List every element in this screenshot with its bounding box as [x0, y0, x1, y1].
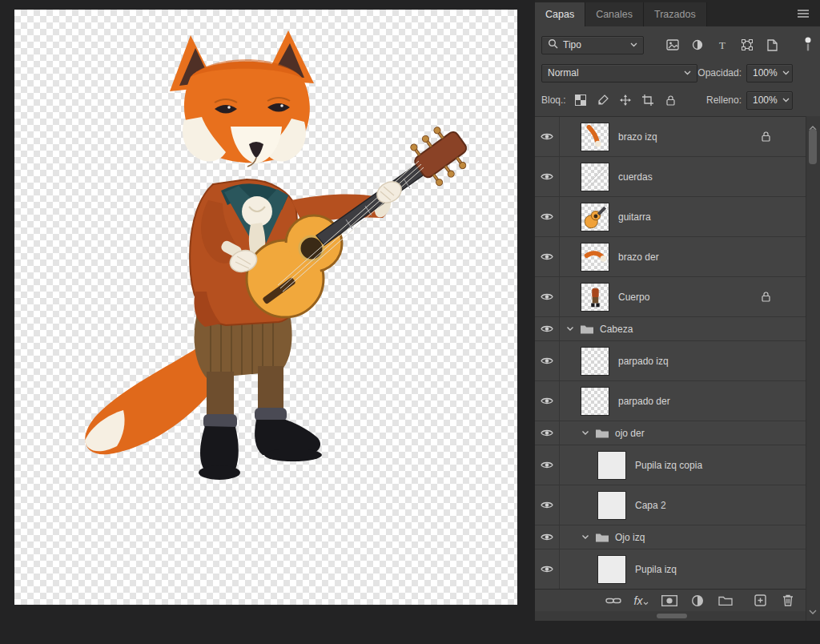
layer-row[interactable]: parpado der: [535, 381, 806, 421]
layer-thumbnail[interactable]: [581, 123, 609, 151]
new-adjustment-layer-icon[interactable]: [688, 592, 707, 610]
type-layers-filter-icon[interactable]: T: [713, 35, 732, 54]
layer-group-row[interactable]: Ojo izq: [535, 525, 806, 549]
lock-all-icon[interactable]: [662, 92, 679, 109]
lock-artboard-icon[interactable]: [640, 92, 657, 109]
folder-icon: [595, 428, 609, 438]
layer-thumbnail[interactable]: [597, 451, 626, 480]
delete-layer-icon[interactable]: [778, 592, 798, 610]
opacity-value: 100%: [753, 67, 778, 78]
link-layers-icon[interactable]: [604, 592, 623, 610]
panel-menu-icon[interactable]: [796, 8, 810, 19]
layer-row[interactable]: parpado izq: [535, 341, 806, 381]
search-icon: [548, 38, 558, 52]
layer-name[interactable]: Pupila izq: [635, 564, 677, 575]
layer-name[interactable]: Cabeza: [600, 324, 633, 335]
layer-thumbnail[interactable]: [581, 163, 609, 191]
layer-styles-icon[interactable]: fx: [632, 592, 651, 610]
layers-panel: Capas Canales Trazados Tipo: [535, 0, 820, 621]
layer-row[interactable]: Capa 2: [535, 485, 806, 525]
layer-thumbnail[interactable]: [581, 243, 609, 272]
visibility-eye-icon[interactable]: [535, 341, 560, 380]
layer-group-row[interactable]: ojo der: [535, 421, 806, 445]
layer-row[interactable]: Cuerpo: [535, 277, 806, 317]
lock-transparency-icon[interactable]: [573, 92, 589, 109]
new-layer-icon[interactable]: [750, 592, 770, 610]
layer-thumbnail[interactable]: [597, 491, 626, 520]
layer-name[interactable]: ojo der: [615, 428, 645, 439]
layer-row[interactable]: guitarra: [535, 197, 806, 237]
horizontal-scrollbar-thumb[interactable]: [657, 614, 687, 618]
layer-thumbnail[interactable]: [597, 555, 626, 584]
visibility-eye-icon[interactable]: [535, 485, 560, 525]
shape-layers-filter-icon[interactable]: [738, 35, 757, 54]
layer-name[interactable]: cuerdas: [618, 171, 653, 183]
folder-icon: [595, 532, 609, 542]
layer-thumbnail[interactable]: [581, 347, 609, 376]
lock-pixels-icon[interactable]: [595, 92, 612, 109]
chevron-down-icon: [782, 70, 790, 75]
scrollbar-thumb[interactable]: [809, 129, 817, 164]
chevron-down-icon: [630, 42, 637, 47]
pixel-layers-filter-icon[interactable]: [663, 35, 682, 54]
layer-name[interactable]: Ojo izq: [615, 532, 645, 543]
group-collapse-chevron-icon[interactable]: [581, 534, 589, 540]
opacity-label: Opacidad:: [697, 67, 742, 78]
group-collapse-chevron-icon[interactable]: [566, 326, 574, 332]
folder-icon: [580, 324, 594, 334]
layer-thumbnail[interactable]: [581, 387, 609, 416]
opacity-select[interactable]: 100%: [746, 64, 793, 83]
layer-name[interactable]: brazo izq: [618, 131, 657, 143]
lock-icon: [762, 292, 770, 302]
layer-name[interactable]: parpado izq: [618, 356, 669, 367]
filter-row: Tipo T: [541, 35, 812, 54]
filter-type-value: Tipo: [563, 39, 581, 50]
visibility-eye-icon[interactable]: [535, 525, 560, 549]
scroll-down-arrow-icon[interactable]: [809, 603, 817, 618]
visibility-eye-icon[interactable]: [535, 117, 560, 156]
layer-name[interactable]: parpado der: [618, 396, 670, 407]
filter-type-select[interactable]: Tipo: [541, 36, 644, 54]
visibility-eye-icon[interactable]: [535, 445, 560, 485]
visibility-eye-icon[interactable]: [535, 237, 560, 276]
document-canvas[interactable]: [14, 10, 517, 605]
tab-capas[interactable]: Capas: [535, 2, 585, 26]
add-layer-mask-icon[interactable]: [660, 592, 679, 610]
horizontal-scrollbar[interactable]: [535, 611, 806, 621]
fill-value: 100%: [753, 95, 778, 106]
fill-select[interactable]: 100%: [746, 91, 793, 110]
layer-row[interactable]: brazo der: [535, 237, 806, 277]
layer-group-row[interactable]: Cabeza: [535, 317, 806, 341]
visibility-eye-icon[interactable]: [535, 197, 560, 236]
layer-row[interactable]: cuerdas: [535, 157, 806, 197]
tab-canales[interactable]: Canales: [585, 2, 644, 26]
adjustment-layers-filter-icon[interactable]: [688, 35, 707, 54]
tab-trazados[interactable]: Trazados: [644, 2, 707, 26]
blend-mode-select[interactable]: Normal: [541, 64, 697, 83]
layer-name[interactable]: Capa 2: [635, 500, 666, 511]
fill-label: Relleno:: [706, 95, 742, 106]
layer-row[interactable]: Pupila izq: [535, 549, 806, 590]
lock-position-icon[interactable]: [617, 92, 634, 109]
layer-thumbnail[interactable]: [581, 283, 609, 312]
new-group-icon[interactable]: [716, 592, 735, 610]
visibility-eye-icon[interactable]: [535, 157, 560, 196]
layer-name[interactable]: Cuerpo: [618, 292, 649, 303]
blend-mode-value: Normal: [548, 67, 579, 78]
layer-row[interactable]: brazo izq: [535, 117, 806, 157]
visibility-eye-icon[interactable]: [535, 421, 560, 445]
smart-object-filter-icon[interactable]: [762, 35, 782, 54]
layer-name[interactable]: Pupila izq copia: [635, 460, 702, 471]
layer-name[interactable]: guitarra: [618, 211, 651, 223]
lock-row: Bloq.: Relleno: 100%: [541, 91, 793, 110]
vertical-scrollbar[interactable]: [806, 116, 820, 621]
layer-thumbnail[interactable]: [581, 203, 609, 231]
group-collapse-chevron-icon[interactable]: [581, 430, 589, 436]
visibility-eye-icon[interactable]: [535, 317, 560, 340]
visibility-eye-icon[interactable]: [535, 381, 560, 421]
layer-row[interactable]: Pupila izq copia: [535, 445, 806, 485]
visibility-eye-icon[interactable]: [535, 549, 560, 589]
visibility-eye-icon[interactable]: [535, 277, 560, 316]
layer-name[interactable]: brazo der: [618, 252, 659, 263]
filter-on-off-toggle[interactable]: [804, 36, 812, 54]
